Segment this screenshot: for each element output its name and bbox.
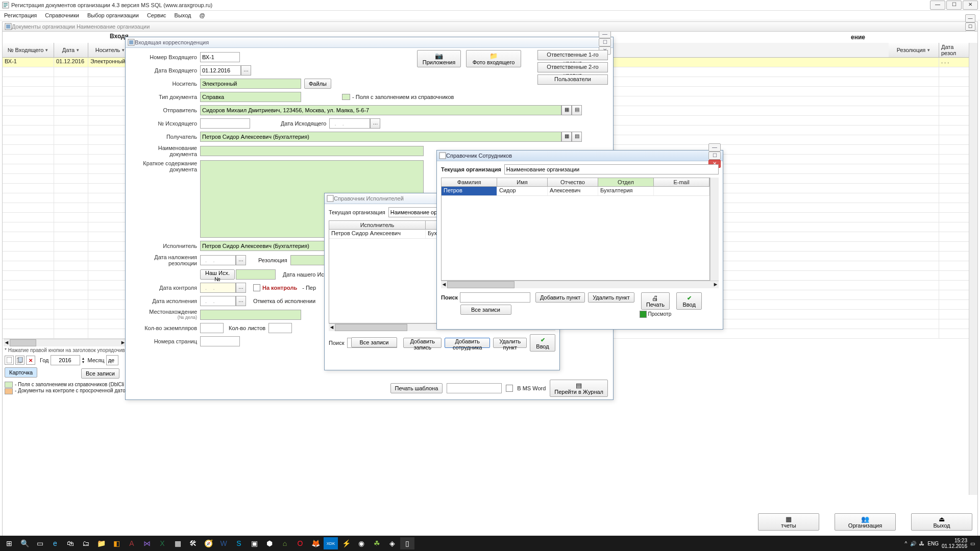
emp-col-name[interactable]: Имя — [497, 178, 548, 186]
input-copies[interactable] — [200, 323, 224, 333]
sender-lookup-button[interactable]: ▦ — [561, 105, 572, 115]
card-minimize-button[interactable]: — — [599, 32, 611, 38]
emp-enter-button[interactable]: ✔Ввод — [676, 292, 702, 310]
input-execdate[interactable] — [200, 296, 236, 306]
col-resolution[interactable]: Резолюция▼ — [889, 43, 939, 57]
task-view-icon[interactable]: ▭ — [33, 537, 47, 549]
mdi-maximize-button[interactable]: ☐ — [965, 22, 975, 31]
menu-about[interactable]: @ — [197, 12, 207, 18]
app-icon-4[interactable]: ⌂ — [278, 537, 292, 549]
mdi-minimize-button[interactable]: — — [965, 14, 975, 22]
template-name-input[interactable] — [447, 383, 502, 393]
on-control-checkbox[interactable] — [253, 284, 260, 291]
recipient-card-button[interactable]: ▤ — [572, 132, 582, 142]
emp-delete-button[interactable]: Удалить пункт — [588, 292, 634, 303]
card-button[interactable]: Карточка — [5, 367, 37, 378]
outdate-picker-button[interactable]: … — [370, 118, 380, 129]
emp-col-email[interactable]: E-mail — [654, 178, 709, 186]
input-location[interactable] — [200, 310, 301, 320]
users-button[interactable]: Пользователи — [537, 74, 608, 85]
app-icon-5[interactable]: ⚡ — [339, 537, 353, 549]
explorer-icon[interactable]: 🗂 — [79, 537, 93, 549]
emp-preview-checkbox[interactable] — [640, 311, 647, 318]
sender-card-button[interactable]: ▤ — [572, 105, 582, 115]
app-minimize-button[interactable]: — — [930, 1, 945, 10]
print-template-button[interactable]: Печать шаблона — [390, 383, 443, 393]
input-resdate[interactable] — [200, 255, 236, 265]
emp-add-button[interactable]: Добавить пункт — [535, 292, 585, 303]
tray-network-icon[interactable]: 🖧 — [919, 541, 924, 546]
skype-icon[interactable]: S — [232, 537, 246, 549]
tray-up-icon[interactable]: ^ — [905, 541, 908, 546]
input-outnum[interactable] — [200, 118, 250, 129]
access-icon[interactable]: A — [125, 537, 139, 549]
current-app-icon[interactable]: ▯ — [400, 537, 414, 549]
input-docname[interactable] — [200, 146, 424, 156]
safari-icon[interactable]: 🧭 — [201, 537, 215, 549]
new-doc-button[interactable] — [5, 356, 14, 365]
calc-icon[interactable]: ▦ — [170, 537, 185, 549]
input-doctype[interactable] — [200, 92, 301, 102]
input-media[interactable] — [200, 79, 301, 89]
col-incoming-num[interactable]: № Входящего▼ — [3, 43, 54, 57]
exec-col-name[interactable]: Исполнитель — [329, 221, 426, 229]
exec-all-records-button[interactable]: Все записи — [351, 337, 397, 347]
all-records-button[interactable]: Все записи — [81, 368, 119, 379]
input-outdate[interactable] — [329, 118, 370, 129]
emp-col-patronymic[interactable]: Отчество — [548, 178, 598, 186]
input-sheets[interactable] — [268, 323, 292, 333]
emp-col-surname[interactable]: Фамилия — [442, 178, 497, 186]
responsible-2-button[interactable]: Ответственные 2-го уровня — [537, 62, 608, 72]
app-icon-6[interactable]: ☘ — [370, 537, 384, 549]
start-button[interactable]: ⊞ — [2, 537, 16, 549]
tray-lang[interactable]: ENG — [927, 541, 939, 546]
input-pages[interactable] — [200, 336, 240, 346]
exec-add-record-button[interactable]: Добавить запись — [403, 338, 441, 348]
emp-search-input[interactable] — [460, 292, 530, 303]
visualstudio-icon[interactable]: ⋈ — [140, 537, 154, 549]
emp-all-records-button[interactable]: Все записи — [460, 305, 511, 315]
store-icon[interactable]: 🛍 — [63, 537, 78, 549]
menu-references[interactable]: Справочники — [43, 12, 81, 18]
resdate-picker-button[interactable]: … — [236, 255, 246, 265]
excel-icon[interactable]: X — [155, 537, 169, 549]
emp-row[interactable]: Петров Сидор Алексеевич Бухгалтерия — [442, 187, 709, 196]
controldate-picker-button[interactable]: … — [236, 283, 246, 293]
grid-hscroll[interactable]: ◄► — [4, 339, 126, 346]
reports-button[interactable]: ▦тчеты — [758, 513, 819, 531]
menu-exit[interactable]: Выход — [173, 12, 193, 18]
input-num[interactable] — [200, 52, 240, 62]
emp-vscroll[interactable] — [710, 178, 719, 281]
copy-doc-button[interactable] — [15, 356, 24, 365]
execdate-picker-button[interactable]: … — [236, 296, 246, 306]
exec-enter-button[interactable]: ✔Ввод — [530, 334, 555, 352]
firefox-icon[interactable]: 🦊 — [308, 537, 323, 549]
app-close-button[interactable]: ✕ — [963, 1, 978, 10]
word-icon[interactable]: W — [216, 537, 231, 549]
exec-delete-button[interactable]: Удалить пункт — [493, 338, 527, 348]
input-controldate[interactable] — [200, 283, 236, 293]
emp-minimize-button[interactable]: — — [708, 143, 721, 152]
recipient-lookup-button[interactable]: ▦ — [561, 132, 572, 142]
year-up[interactable]: ▲ — [82, 357, 85, 360]
emp-maximize-button[interactable]: ☐ — [708, 152, 721, 160]
app-maximize-button[interactable]: ☐ — [946, 1, 962, 10]
input-recipient[interactable] — [200, 132, 561, 142]
tools-icon[interactable]: 🛠 — [186, 537, 200, 549]
edge-icon[interactable]: e — [48, 537, 62, 549]
exit-button[interactable]: ⏏Выход — [911, 513, 972, 531]
emp-col-dept[interactable]: Отдел — [598, 178, 654, 186]
organization-button[interactable]: 👥Организация — [835, 513, 896, 531]
mdi-vscroll[interactable] — [969, 43, 977, 495]
to-journal-button[interactable]: ▤Перейти в Журнал — [550, 380, 608, 397]
folder-icon[interactable]: 📁 — [94, 537, 108, 549]
exec-add-employee-button[interactable]: Добавить сотрудника — [445, 338, 491, 348]
chrome-icon[interactable]: ◉ — [354, 537, 369, 549]
col-date[interactable]: Дата▼ — [54, 43, 88, 57]
emp-hscroll[interactable]: ◄► — [441, 281, 719, 288]
month-input[interactable] — [106, 355, 118, 365]
emp-print-button[interactable]: 🖨Печать — [641, 292, 670, 310]
menu-select-org[interactable]: Выбор организации — [85, 12, 141, 18]
files-button[interactable]: Файлы — [304, 79, 331, 89]
tray-notifications-icon[interactable]: ▭ — [970, 541, 975, 546]
